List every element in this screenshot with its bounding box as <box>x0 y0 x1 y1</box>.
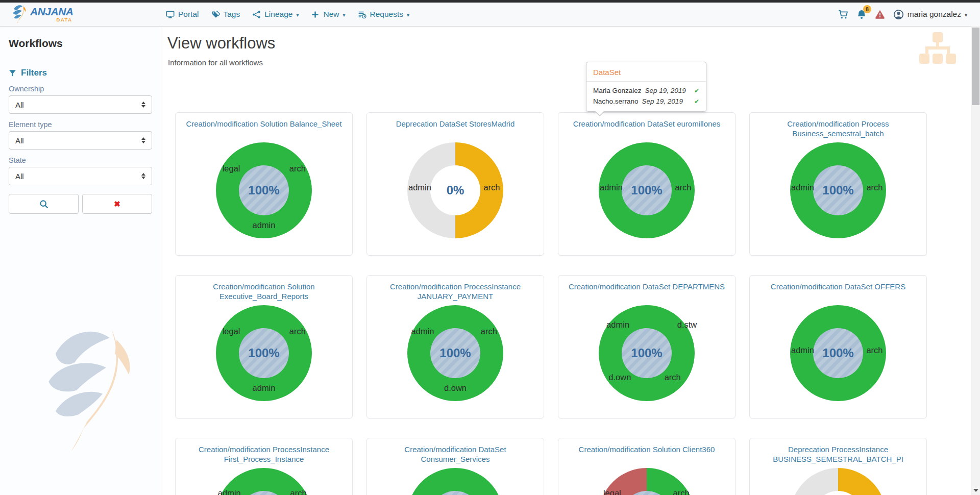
menu-item-tags[interactable]: Tags <box>211 10 240 19</box>
workflow-donut-chart: 100% adminarch <box>790 305 886 401</box>
filter-field: Element type All <box>9 120 152 150</box>
donut-role-label-arch: arch <box>290 488 307 495</box>
workflow-card-consumer-services[interactable]: Creation/modification DataSet Consumer_S… <box>366 438 544 495</box>
cart-icon <box>838 9 848 19</box>
workflow-donut-chart <box>790 468 886 495</box>
donut-hole: 100% <box>813 165 863 215</box>
donut-role-label-d-own: d.own <box>608 373 631 382</box>
workflow-donut-chart: 100% adminarchd.own <box>407 305 503 401</box>
menu-item-requests[interactable]: Requests ▾ <box>358 10 410 19</box>
workflow-card-grid: Creation/modification Solution Balance_S… <box>175 112 927 495</box>
workflow-card-offers[interactable]: Creation/modification DataSet OFFERS 100… <box>749 275 927 418</box>
filters-label: Filters <box>21 68 47 78</box>
donut-hole: 100% <box>430 328 480 378</box>
filter-select-element-type[interactable]: All <box>9 131 152 150</box>
scrollbar-down-arrow-icon[interactable] <box>973 489 978 492</box>
donut-hole: 100% <box>813 328 863 378</box>
filters-header[interactable]: Filters <box>9 68 161 78</box>
search-button[interactable] <box>9 194 79 214</box>
workflow-donut-chart: 100% adminarch <box>599 142 695 238</box>
main-menu: Portal Tags Lineage ▾ New ▾ Requests ▾ <box>166 3 409 26</box>
donut-hole: 0% <box>430 165 480 215</box>
logo-brand-sub: DATA <box>57 17 72 22</box>
selected-value: All <box>15 101 24 109</box>
donut-role-label-legal: legal <box>223 326 240 336</box>
workflows-sidebar: Workflows Filters Ownership All Element … <box>0 26 161 495</box>
workflow-card-title: Creation/modification Solution Executive… <box>176 282 352 304</box>
filter-select-ownership[interactable]: All <box>9 95 152 114</box>
chevron-down-icon: ▾ <box>407 11 409 18</box>
donut-role-label-arch: arch <box>481 326 497 336</box>
approver-name: Maria Gonzalez <box>593 87 642 94</box>
donut-role-label-admin: admin <box>411 326 434 336</box>
dataset-approvals-tooltip: DataSet Maria Gonzalez Sep 19, 2019 ✔ Na… <box>586 62 706 112</box>
workflow-donut-chart: 0% adminarch <box>407 142 503 238</box>
monitor-icon <box>166 10 175 19</box>
donut-role-label-admin: admin <box>791 345 814 355</box>
filter-label-ownership: Ownership <box>9 85 152 93</box>
workflow-percent: 100% <box>248 346 279 360</box>
notification-badge: 8 <box>863 5 871 13</box>
workflow-card-business-semestral-batch[interactable]: Creation/modification Process Business_s… <box>749 112 927 256</box>
approval-row: Nacho.serrano Sep 19, 2019 ✔ <box>586 96 706 107</box>
selected-value: All <box>15 136 24 145</box>
workflow-card-title: Creation/modification Process Business_s… <box>750 119 926 141</box>
workflow-card-euromillones[interactable]: Creation/modification DataSet euromillon… <box>558 112 736 256</box>
page-subtitle: Information for all workflows <box>168 58 971 67</box>
donut-role-label-d-own: d.own <box>444 383 467 392</box>
workflow-hierarchy-button[interactable] <box>918 31 957 68</box>
workflow-percent: 100% <box>631 183 662 197</box>
filter-funnel-icon <box>9 69 16 77</box>
menu-item-lineage[interactable]: Lineage ▾ <box>252 10 299 19</box>
menu-item-portal[interactable]: Portal <box>166 10 199 19</box>
donut-hole <box>239 491 289 495</box>
logo-fairy-icon <box>12 4 29 24</box>
sitemap-icon <box>918 31 957 68</box>
workflow-percent: 100% <box>439 346 471 360</box>
workflow-card-january-payment[interactable]: Creation/modification ProcessInstance JA… <box>366 275 544 418</box>
workflow-card-first-process-instance[interactable]: Creation/modification ProcessInstance Fi… <box>175 438 353 495</box>
app-logo[interactable]: ANJANA DATA <box>12 4 74 24</box>
donut-hole <box>622 491 672 495</box>
menu-item-new[interactable]: New ▾ <box>311 10 345 19</box>
approved-check-icon: ✔ <box>694 98 699 105</box>
clear-filters-button[interactable]: ✖ <box>82 194 152 214</box>
workflow-percent: 100% <box>248 183 279 197</box>
tooltip-title: DataSet <box>586 62 706 82</box>
workflow-card-client360[interactable]: Creation/modification Solution Client360… <box>558 438 736 495</box>
donut-hole: 100% <box>239 328 289 378</box>
workflow-percent: 100% <box>822 346 853 360</box>
donut-role-label-arch: arch <box>289 326 306 336</box>
filter-field: Ownership All <box>9 85 152 114</box>
window-top-strip <box>0 0 980 3</box>
fairy-watermark <box>43 321 148 458</box>
donut-role-label-admin: admin <box>253 220 276 230</box>
workflow-card-title: Creation/modification DataSet Consumer_S… <box>367 444 544 467</box>
filter-select-state[interactable]: All <box>9 167 152 185</box>
approval-row: Maria Gonzalez Sep 19, 2019 ✔ <box>586 85 706 96</box>
chevron-down-icon: ▾ <box>296 11 299 18</box>
menu-item-label: Portal <box>178 10 199 19</box>
workflow-donut-chart: adminarch <box>216 468 312 495</box>
workflow-card-executive-board-reports[interactable]: Creation/modification Solution Executive… <box>175 275 353 418</box>
chevron-down-icon: ▾ <box>965 11 967 18</box>
tooltip-rows: Maria Gonzalez Sep 19, 2019 ✔ Nacho.serr… <box>586 82 706 111</box>
workflow-card-balance-sheet[interactable]: Creation/modification Solution Balance_S… <box>175 112 353 256</box>
workflow-card-business-semestral-batch-pi[interactable]: Deprecation ProcessInstance BUSINESS_SEM… <box>749 438 927 495</box>
user-menu[interactable]: maria gonzalez ▾ <box>893 9 967 20</box>
scrollbar-thumb[interactable] <box>972 28 979 105</box>
sidebar-title: Workflows <box>9 37 161 50</box>
vertical-scrollbar[interactable] <box>971 26 980 495</box>
cart-button[interactable] <box>838 9 848 19</box>
donut-role-label-arch: arch <box>675 183 691 192</box>
select-updown-icon <box>141 102 145 108</box>
donut-role-label-d-stw: d.stw <box>677 319 697 329</box>
alerts-button[interactable] <box>875 9 885 19</box>
notifications-button[interactable]: 8 <box>856 9 867 19</box>
donut-role-label-arch: arch <box>665 373 681 382</box>
workflow-card-storesmadrid[interactable]: Deprecation DataSet StoresMadrid 0% admi… <box>366 112 544 256</box>
donut-role-label-arch: arch <box>289 163 306 173</box>
workflow-card-departmens[interactable]: Creation/modification DataSet DEPARTMENS… <box>558 275 736 418</box>
top-navbar: ANJANA DATA Portal Tags Lineage ▾ New ▾ … <box>0 3 980 27</box>
workflow-donut-chart: 100% legalarchadmin <box>216 305 312 401</box>
